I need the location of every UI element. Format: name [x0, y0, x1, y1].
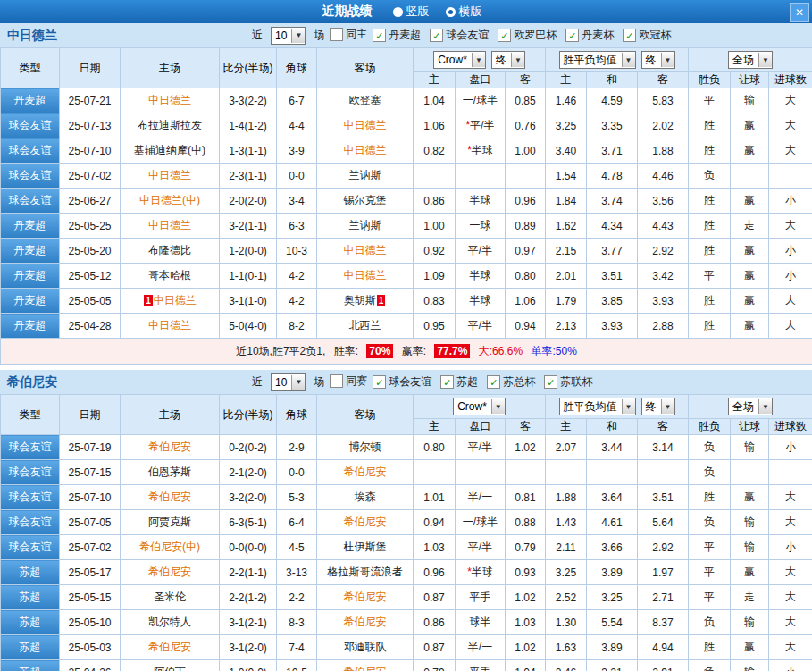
table-row: 丹麦超25-05-25中日德兰3-2(1-1)6-3兰讷斯1.00一球0.891…: [1, 214, 812, 239]
match-score: 2-2(1-1): [220, 560, 277, 585]
same-filter-checkbox[interactable]: 同主: [330, 27, 367, 42]
result-goals: 大: [769, 485, 812, 510]
layout-vertical-radio[interactable]: 竖版: [393, 4, 430, 20]
match-score: 3-1(2-1): [220, 610, 277, 635]
away-team-cell: 奥胡斯1: [317, 289, 414, 314]
league-checkbox[interactable]: ✓苏联杯: [544, 374, 592, 390]
corner-score: 4-5: [277, 535, 317, 560]
home-team-cell: 希伯尼安: [121, 435, 220, 460]
near-label: 近: [252, 374, 263, 390]
match-count-select[interactable]: 10▼: [271, 373, 306, 391]
match-type: 球会友谊: [1, 113, 60, 138]
col-corner: 角球: [277, 395, 317, 435]
home-team-cell: 阿贾克斯: [121, 510, 220, 535]
avg-odds-select[interactable]: 胜平负均值▼: [559, 398, 636, 415]
asian-handicap: [456, 460, 506, 485]
sub-column-header: 客: [638, 419, 689, 435]
asian-home-odds: 0.87: [414, 635, 456, 660]
avg-final-select[interactable]: 终▼: [641, 398, 675, 415]
corner-score: 4-2: [277, 289, 317, 314]
odds-final-select[interactable]: 终▼: [491, 51, 525, 69]
odds-company-select[interactable]: Crow*▼: [433, 51, 486, 69]
result-outcome: 负: [689, 510, 731, 535]
result-goals: 大: [769, 214, 812, 239]
league-checkbox[interactable]: ✓球会友谊: [373, 374, 431, 390]
same-filter-checkbox[interactable]: 同赛: [330, 373, 367, 389]
match-type: 苏超: [1, 635, 60, 660]
euro-away-odds: 2.92: [638, 535, 689, 560]
asian-home-odds: 1.04: [414, 88, 456, 113]
sub-column-header: 主: [546, 72, 587, 88]
league-checkbox[interactable]: ✓苏超: [440, 374, 478, 390]
avg-odds-select[interactable]: 胜平负均值▼: [559, 51, 636, 69]
result-goals: 大: [769, 88, 812, 113]
away-team-cell: 锡尔克堡: [317, 189, 414, 214]
checkbox-icon: ✓: [623, 29, 636, 42]
checkbox-icon: ✓: [487, 375, 500, 389]
checkbox-label: 同赛: [346, 373, 367, 389]
result-goals: 大: [769, 138, 812, 164]
table-row: 球会友谊25-07-05阿贾克斯6-3(5-1)6-4希伯尼安0.94一/球半0…: [1, 510, 812, 535]
euro-home-odds: 2.11: [546, 535, 587, 560]
asian-handicap: *半球: [456, 560, 506, 585]
odds-company-select[interactable]: Crow*▼: [453, 398, 506, 415]
col-score: 比分(半场): [220, 48, 277, 88]
checkbox-icon: [330, 28, 343, 41]
result-outcome: 平: [689, 88, 731, 113]
avg-final-select[interactable]: 终▼: [641, 51, 675, 69]
table-row: 丹麦超25-04-28中日德兰5-0(4-0)8-2北西兰0.95平/半0.94…: [1, 314, 812, 339]
euro-away-odds: 5.64: [638, 510, 689, 535]
select-value: 胜平负均值: [564, 399, 622, 415]
result-outcome: 胜: [689, 314, 731, 339]
col-type: 类型: [1, 395, 60, 435]
asian-handicap: 平/半: [456, 239, 506, 264]
euro-away-odds: 5.83: [638, 88, 689, 113]
league-checkbox[interactable]: ✓苏总杯: [487, 374, 535, 390]
scope-select[interactable]: 全场▼: [728, 398, 773, 415]
match-count-select[interactable]: 10▼: [271, 27, 306, 45]
scope-select[interactable]: 全场▼: [728, 51, 773, 69]
table-row: 球会友谊25-07-13布拉迪斯拉发1-4(1-2)4-4中日德兰1.06*平/…: [1, 113, 812, 138]
away-team-cell: 北西兰: [317, 314, 414, 339]
near-label: 近: [252, 28, 263, 43]
league-checkbox[interactable]: ✓欧冠杯: [623, 28, 671, 43]
result-handicap: 赢: [731, 138, 769, 164]
match-date: 25-05-05: [60, 289, 121, 314]
games-label: 场: [314, 374, 324, 390]
match-date: 25-07-19: [60, 435, 121, 460]
big-rate-text: 大:66.6%: [479, 345, 523, 357]
result-goals: 大: [769, 289, 812, 314]
league-checkbox[interactable]: ✓欧罗巴杯: [498, 28, 557, 43]
match-type: 丹麦超: [1, 314, 60, 339]
checkbox-label: 苏超: [456, 374, 478, 390]
sub-column-header: 客: [506, 419, 546, 435]
league-checkbox[interactable]: ✓球会友谊: [430, 28, 489, 43]
radio-label: 横版: [459, 4, 482, 20]
sub-column-header: 主: [414, 419, 456, 435]
summary-row: 近10场,胜7平2负1, 胜率: 70% 赢率: 77.7% 大:66.6% 单…: [1, 339, 812, 365]
table-row: 球会友谊25-07-10基辅迪纳摩(中)1-3(1-1)3-9中日德兰0.82*…: [1, 138, 812, 164]
table-row: 丹麦超25-07-21中日德兰3-3(2-2)6-7欧登塞1.04一/球半0.8…: [1, 88, 812, 113]
layout-horizontal-radio[interactable]: 横版: [446, 4, 482, 20]
result-handicap: 输: [731, 510, 769, 535]
close-button[interactable]: ✕: [790, 3, 809, 22]
asian-away-odds: 0.97: [506, 239, 546, 264]
league-checkbox[interactable]: ✓丹麦超: [373, 28, 421, 43]
match-date: 25-05-10: [60, 610, 121, 635]
euro-draw-odds: 3.93: [587, 314, 638, 339]
home-team-cell: 中日德兰(中): [121, 189, 220, 214]
sub-column-header: 客: [506, 72, 546, 88]
euro-away-odds: 2.71: [638, 585, 689, 610]
result-goals: 小: [769, 189, 812, 214]
away-team-cell: 格拉斯哥流浪者: [317, 560, 414, 585]
asian-away-odds: 1.02: [506, 585, 546, 610]
chevron-down-icon: ▼: [472, 53, 485, 67]
match-type: 苏超: [1, 660, 60, 671]
chevron-down-icon: ▼: [622, 53, 635, 67]
result-outcome: 平: [689, 535, 731, 560]
euro-home-odds: 1.62: [546, 214, 587, 239]
result-goals: 小: [769, 239, 812, 264]
sub-column-header: 和: [587, 72, 638, 88]
euro-odds-selects-cell: 胜平负均值▼终▼: [546, 48, 689, 72]
league-checkbox[interactable]: ✓丹麦杯: [565, 28, 614, 43]
